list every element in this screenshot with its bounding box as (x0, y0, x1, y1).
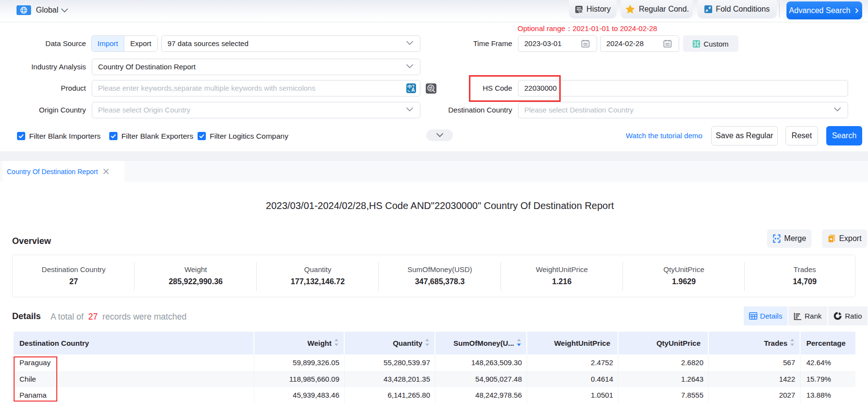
svg-text:A: A (411, 87, 415, 93)
